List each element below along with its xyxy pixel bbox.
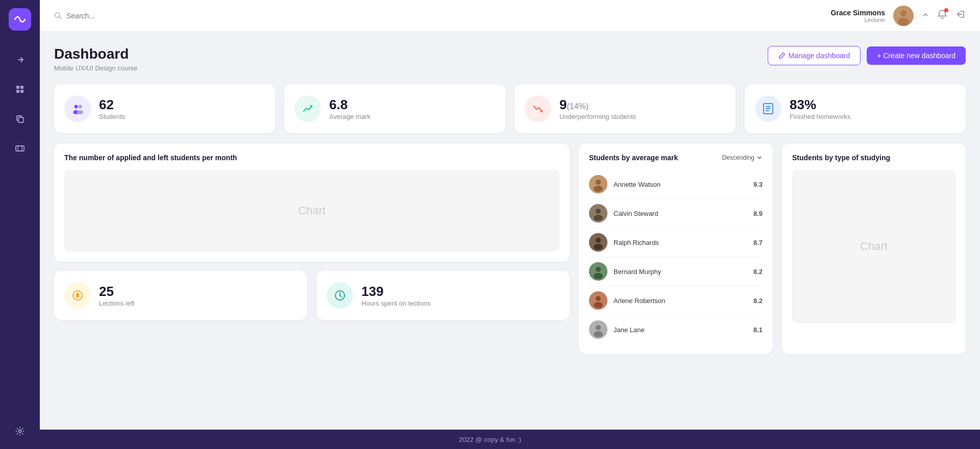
footer-text: 2022 @ copy & fun :) (459, 436, 521, 443)
svg-rect-0 (16, 86, 19, 89)
svg-point-17 (77, 110, 83, 114)
pencil-icon (778, 52, 786, 59)
avg-mark-label: Average mark (329, 113, 371, 120)
stat-info: 62 Students (99, 97, 125, 120)
lections-value: 25 (99, 284, 134, 300)
students-label: Students (99, 113, 125, 120)
stat-info: 139 Hours spent on lections (361, 284, 431, 307)
lections-label: Lections left (99, 300, 134, 307)
notification-dot (944, 8, 948, 12)
stat-card-students: 62 Students (54, 84, 275, 133)
list-item: Calvin Steward 8.9 (589, 199, 763, 228)
sort-dropdown[interactable]: Descending (722, 154, 763, 161)
student-name: Ralph Richards (614, 239, 747, 246)
page-header: Dashboard Mobile UX/UI Design course Man… (54, 46, 966, 72)
svg-rect-4 (18, 117, 23, 122)
svg-point-37 (596, 325, 601, 330)
svg-line-10 (59, 17, 61, 19)
manage-dashboard-button[interactable]: Manage dashboard (768, 46, 861, 65)
bell-icon[interactable] (937, 9, 947, 22)
film-icon[interactable] (10, 139, 30, 158)
students-panel-header: Students by average mark Descending (589, 154, 763, 162)
type-chart-title: Students by type of studying (792, 154, 955, 162)
copy-icon[interactable] (10, 109, 30, 129)
hours-value: 139 (361, 284, 431, 300)
search-area (54, 12, 824, 20)
student-avatar (589, 320, 607, 339)
app-logo[interactable] (9, 8, 31, 31)
sidebar (0, 0, 40, 449)
hours-icon (327, 282, 353, 309)
user-role: Lecturer (865, 17, 885, 23)
page-title: Dashboard (54, 46, 137, 62)
lections-icon (64, 282, 91, 309)
main-chart-area: Chart (64, 170, 559, 252)
student-avatar (589, 233, 607, 252)
student-score: 8.1 (753, 326, 763, 334)
page-title-block: Dashboard Mobile UX/UI Design course (54, 46, 137, 72)
type-chart-panel: Students by type of studying Chart (782, 143, 966, 354)
create-dashboard-button[interactable]: + Create new dashboard (867, 46, 966, 65)
svg-point-23 (594, 186, 603, 192)
main-chart-title: The number of applied and left students … (64, 154, 559, 162)
user-info: Grace Simmons Lecturer (830, 9, 885, 23)
arrow-right-icon[interactable] (10, 50, 30, 69)
svg-rect-1 (20, 86, 23, 89)
topbar: Grace Simmons Lecturer (40, 0, 980, 32)
small-stats-row: 25 Lections left 139 Hours spent on lect… (54, 271, 570, 320)
student-name: Arlene Robertson (614, 297, 747, 305)
hours-label: Hours spent on lections (361, 300, 431, 307)
svg-rect-5 (16, 146, 24, 151)
stat-card-avg-mark: 6.8 Average mark (284, 84, 505, 133)
list-item: Arlene Robertson 8.2 (589, 286, 763, 315)
svg-point-31 (596, 267, 601, 272)
avg-mark-value: 6.8 (329, 97, 371, 113)
chevron-down-icon (756, 155, 763, 161)
list-item: Annette Watson 9.3 (589, 170, 763, 199)
avg-mark-icon (295, 95, 321, 122)
students-panel-title: Students by average mark (589, 154, 678, 162)
student-name: Annette Watson (614, 181, 747, 188)
svg-point-15 (79, 105, 82, 109)
students-list: Annette Watson 9.3 Calvin Steward 8.9 (589, 170, 763, 344)
student-name: Calvin Steward (614, 210, 747, 217)
homeworks-value: 83% (790, 97, 850, 113)
stats-row: 62 Students 6.8 Average mark (54, 84, 966, 133)
stat-card-underperforming: 9(14%) Underperforming students (514, 84, 736, 133)
students-panel: Students by average mark Descending (579, 143, 773, 354)
page-subtitle: Mobile UX/UI Design course (54, 64, 137, 72)
stat-card-homeworks: 83% Finished homeworks (745, 84, 966, 133)
svg-point-32 (594, 273, 603, 279)
student-score: 8.9 (753, 210, 763, 217)
main-content: Dashboard Mobile UX/UI Design course Man… (40, 32, 980, 449)
stat-info: 83% Finished homeworks (790, 97, 850, 120)
sidebar-nav (10, 50, 30, 158)
topbar-right: Grace Simmons Lecturer (830, 6, 966, 26)
underperforming-icon (525, 95, 551, 122)
student-avatar (589, 175, 607, 193)
svg-point-28 (596, 238, 601, 243)
chevron-up-icon[interactable] (922, 10, 929, 21)
svg-point-25 (596, 209, 601, 214)
stat-card-lections: 25 Lections left (54, 271, 307, 320)
type-chart-area: Chart (792, 170, 955, 323)
svg-point-14 (75, 105, 78, 109)
homeworks-label: Finished homeworks (790, 113, 850, 120)
list-item: Bernard Murphy 8.2 (589, 257, 763, 286)
search-input[interactable] (66, 12, 168, 20)
stat-info: 6.8 Average mark (329, 97, 371, 120)
search-icon (54, 12, 62, 20)
stat-info: 25 Lections left (99, 284, 134, 307)
student-avatar (589, 262, 607, 281)
student-avatar (589, 291, 607, 310)
svg-point-38 (594, 331, 603, 337)
main-chart-panel: The number of applied and left students … (54, 143, 570, 262)
student-score: 8.2 (753, 297, 763, 305)
svg-point-29 (594, 244, 603, 250)
svg-point-13 (898, 18, 909, 26)
layers-icon[interactable] (10, 80, 30, 99)
logout-icon[interactable] (955, 9, 966, 22)
stat-info: 9(14%) Underperforming students (559, 97, 636, 120)
underperforming-label: Underperforming students (559, 113, 636, 120)
settings-icon[interactable] (10, 421, 30, 441)
